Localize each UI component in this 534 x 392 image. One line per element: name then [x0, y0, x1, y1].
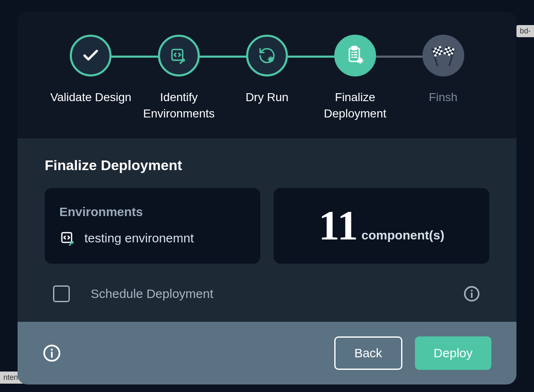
- stepper-section: Validate Design Identify Envir: [18, 12, 516, 138]
- step-label: Dry Run: [246, 89, 289, 105]
- step-finalize-deployment[interactable]: Finalize Deployment: [311, 35, 399, 122]
- content-section: Finalize Deployment Environments: [18, 138, 516, 322]
- environment-name: testing environemnt: [84, 231, 194, 245]
- schedule-label: Schedule Deployment: [91, 287, 442, 301]
- history-gear-icon: [258, 46, 276, 65]
- components-content: 11 component(s): [288, 205, 475, 247]
- environment-icon: [59, 229, 77, 247]
- schedule-row: Schedule Deployment: [45, 285, 489, 303]
- backdrop-right-tag: bd-: [516, 25, 534, 37]
- schedule-info-button[interactable]: [463, 285, 481, 303]
- step-label: Finalize Deployment: [313, 89, 397, 122]
- checkered-flags-icon: [429, 44, 458, 67]
- step-finish[interactable]: Finsh: [399, 35, 487, 105]
- content-title: Finalize Deployment: [45, 157, 489, 173]
- components-card: 11 component(s): [274, 188, 489, 264]
- step-dry-run[interactable]: Dry Run: [223, 35, 311, 105]
- step-label: Identify Environments: [137, 89, 221, 122]
- step-circle: [158, 35, 200, 76]
- back-button[interactable]: Back: [334, 336, 402, 370]
- step-circle: [422, 35, 464, 76]
- footer-info-button[interactable]: [43, 344, 61, 362]
- svg-point-36: [471, 290, 473, 292]
- components-count: 11: [319, 205, 358, 247]
- checkmark-icon: [81, 46, 100, 65]
- info-icon: [43, 344, 61, 362]
- environment-item: testing environemnt: [59, 229, 246, 247]
- step-label: Finsh: [429, 89, 457, 105]
- footer-section: Back Deploy: [18, 322, 516, 384]
- clipboard-gear-icon: [345, 46, 365, 66]
- deploy-button[interactable]: Deploy: [415, 336, 491, 370]
- info-icon: [463, 285, 480, 302]
- schedule-checkbox[interactable]: [53, 285, 70, 302]
- cards-row: Environments testing environemnt: [45, 188, 489, 264]
- environments-card-title: Environments: [59, 205, 246, 219]
- deployment-wizard-modal: Validate Design Identify Envir: [18, 12, 516, 384]
- svg-point-39: [51, 349, 53, 351]
- step-validate-design[interactable]: Validate Design: [47, 35, 135, 105]
- step-label: Validate Design: [50, 89, 131, 105]
- footer-left: [43, 344, 61, 362]
- step-circle: [70, 35, 112, 76]
- svg-rect-4: [352, 46, 357, 50]
- stepper: Validate Design Identify Envir: [47, 35, 487, 122]
- components-label: component(s): [361, 228, 444, 242]
- step-identify-environments[interactable]: Identify Environments: [135, 35, 223, 122]
- environments-card: Environments testing environemnt: [45, 188, 260, 264]
- step-circle: [334, 35, 376, 76]
- footer-buttons: Back Deploy: [334, 336, 491, 370]
- step-circle: [246, 35, 288, 76]
- code-wrench-icon: [170, 46, 188, 65]
